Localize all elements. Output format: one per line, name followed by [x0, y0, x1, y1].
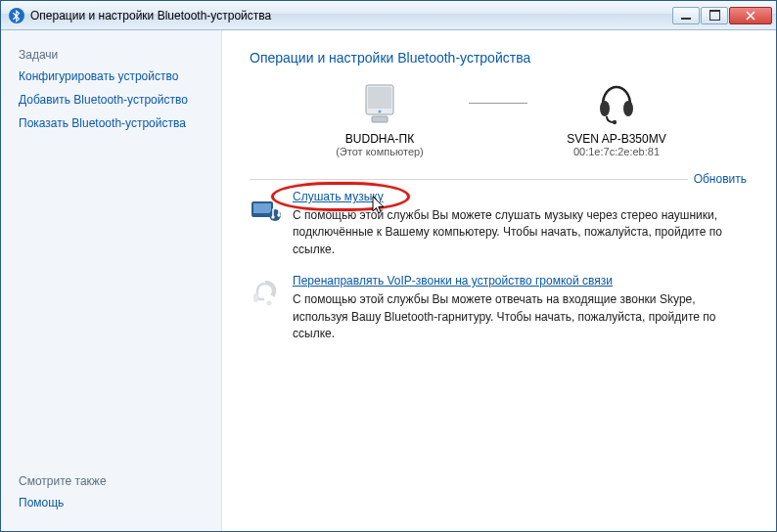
close-button[interactable] — [729, 7, 772, 24]
svg-rect-2 — [368, 87, 391, 109]
window-frame: Операции и настройки Bluetooth-устройств… — [0, 0, 777, 532]
refresh-link[interactable]: Обновить — [688, 172, 747, 186]
main-panel: Операции и настройки Bluetooth-устройств… — [222, 30, 776, 531]
svg-point-14 — [267, 301, 272, 306]
devices-row: BUDDHA-ПК (Этот компьютер) SVEN AP-B350M… — [250, 79, 747, 157]
svg-rect-13 — [253, 293, 258, 302]
sidebar-link-add-device[interactable]: Добавить Bluetooth-устройство — [19, 93, 207, 107]
service-music-content: Слушать музыку С помощью этой службы Вы … — [293, 190, 747, 258]
svg-point-11 — [271, 215, 274, 218]
headset-icon — [593, 79, 640, 126]
svg-point-4 — [379, 111, 382, 113]
sidebar-link-show-devices[interactable]: Показать Bluetooth-устройства — [19, 116, 207, 130]
refresh-row: Обновить — [250, 165, 747, 180]
svg-point-7 — [613, 120, 617, 124]
svg-point-5 — [600, 101, 610, 116]
maximize-button[interactable] — [701, 7, 728, 24]
remote-device-name: SVEN AP-B350MV — [567, 132, 665, 146]
local-device-name: BUDDHA-ПК — [345, 132, 414, 146]
sidebar: Задачи Конфигурировать устройство Добави… — [1, 30, 222, 531]
music-service-link[interactable]: Слушать музыку — [293, 190, 384, 203]
voip-service-desc: С помощью этой службы Вы можете отвечать… — [293, 291, 747, 342]
page-title: Операции и настройки Bluetooth-устройств… — [250, 50, 747, 66]
svg-point-12 — [277, 213, 280, 216]
voip-service-icon — [250, 278, 283, 311]
svg-rect-3 — [372, 116, 388, 122]
remote-device-mac: 00:1e:7c:2e:eb:81 — [573, 146, 660, 157]
local-device: BUDDHA-ПК (Этот компьютер) — [306, 79, 453, 157]
minimize-button[interactable] — [672, 7, 700, 24]
window-controls — [672, 7, 772, 24]
svg-point-6 — [623, 101, 633, 116]
sidebar-link-help[interactable]: Помощь — [19, 496, 207, 510]
titlebar[interactable]: Операции и настройки Bluetooth-устройств… — [1, 1, 776, 30]
voip-service-link[interactable]: Перенаправлять VoIP-звонки на устройство… — [293, 274, 613, 288]
music-service-icon — [250, 194, 283, 227]
music-service-desc: С помощью этой службы Вы можете слушать … — [293, 207, 747, 258]
seealso-heading: Смотрите также — [19, 474, 207, 488]
service-voip-content: Перенаправлять VoIP-звонки на устройство… — [293, 274, 747, 342]
service-voip: Перенаправлять VoIP-звонки на устройство… — [250, 274, 747, 342]
client-area: Задачи Конфигурировать устройство Добави… — [1, 30, 776, 531]
svg-rect-9 — [253, 203, 271, 213]
local-device-sub: (Этот компьютер) — [336, 146, 424, 157]
window-title: Операции и настройки Bluetooth-устройств… — [30, 9, 672, 22]
service-music: Слушать музыку С помощью этой службы Вы … — [250, 190, 747, 258]
sidebar-link-configure[interactable]: Конфигурировать устройство — [19, 69, 207, 83]
bluetooth-icon — [9, 8, 24, 23]
connection-line — [469, 79, 527, 126]
remote-device: SVEN AP-B350MV 00:1e:7c:2e:eb:81 — [543, 79, 690, 157]
computer-icon — [356, 79, 403, 126]
tasks-heading: Задачи — [19, 48, 207, 62]
